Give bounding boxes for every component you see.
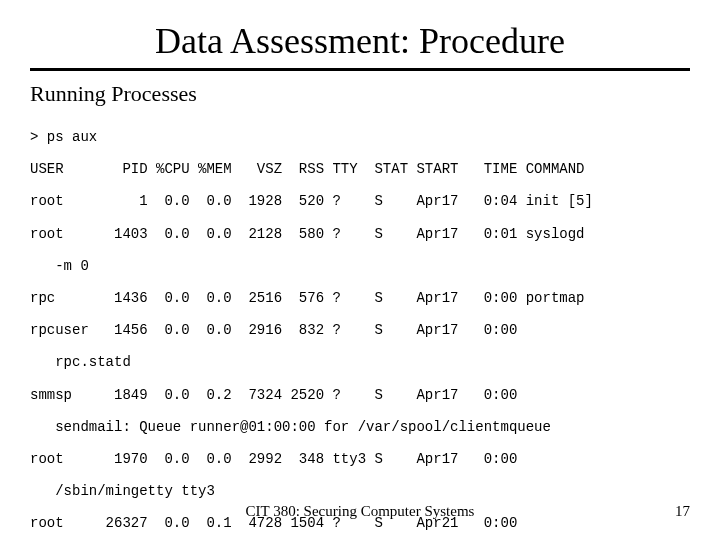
terminal-line: sendmail: Queue runner@01:00:00 for /var… <box>30 419 690 435</box>
terminal-header: USER PID %CPU %MEM VSZ RSS TTY STAT STAR… <box>30 161 690 177</box>
terminal-line: smmsp 1849 0.0 0.2 7324 2520 ? S Apr17 0… <box>30 387 690 403</box>
terminal-line: rpc 1436 0.0 0.0 2516 576 ? S Apr17 0:00… <box>30 290 690 306</box>
terminal-line: /sbin/mingetty tty3 <box>30 483 690 499</box>
terminal-line: root 1970 0.0 0.0 2992 348 tty3 S Apr17 … <box>30 451 690 467</box>
terminal-line: root 1 0.0 0.0 1928 520 ? S Apr17 0:04 i… <box>30 193 690 209</box>
terminal-block: > ps aux USER PID %CPU %MEM VSZ RSS TTY … <box>30 113 690 540</box>
terminal-line: rpcuser 1456 0.0 0.0 2916 832 ? S Apr17 … <box>30 322 690 338</box>
title-divider <box>30 68 690 71</box>
page-number: 17 <box>675 503 690 520</box>
terminal-line: rpc.statd <box>30 354 690 370</box>
terminal-line: -m 0 <box>30 258 690 274</box>
slide-title: Data Assessment: Procedure <box>0 20 720 62</box>
terminal-prompt: > ps aux <box>30 129 690 145</box>
footer-text: CIT 380: Securing Computer Systems <box>0 503 720 520</box>
terminal-line: root 1403 0.0 0.0 2128 580 ? S Apr17 0:0… <box>30 226 690 242</box>
section-subtitle: Running Processes <box>30 81 690 107</box>
